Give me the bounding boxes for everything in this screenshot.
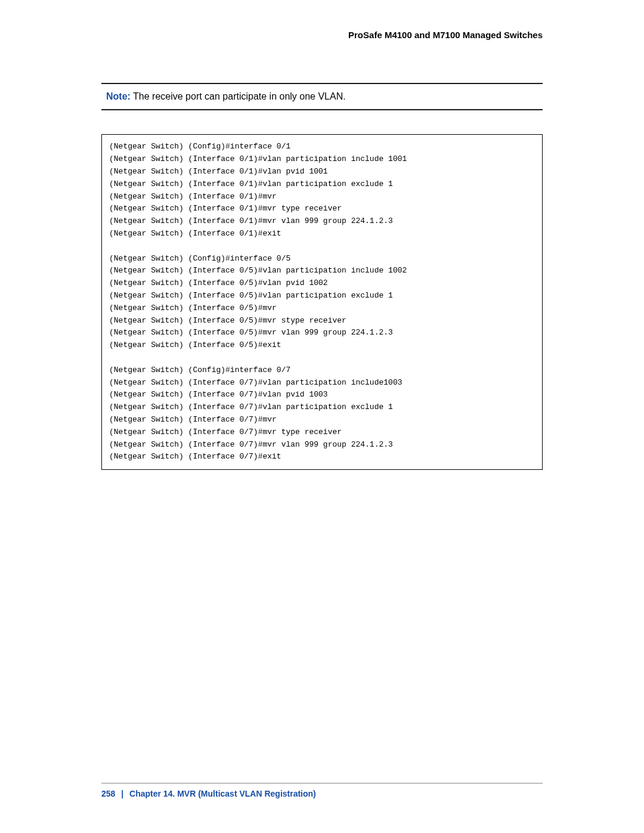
page: ProSafe M4100 and M7100 Managed Switches… [0, 0, 644, 833]
note-text: The receive port can participate in only… [133, 91, 346, 101]
page-footer: 258 | Chapter 14. MVR (Multicast VLAN Re… [101, 783, 543, 800]
footer-separator: | [121, 789, 123, 798]
page-header-title: ProSafe M4100 and M7100 Managed Switches [101, 29, 543, 41]
note-box: Note: The receive port can participate i… [101, 83, 543, 110]
code-block: (Netgear Switch) (Config)#interface 0/1 … [101, 134, 543, 470]
page-number: 258 [101, 789, 115, 798]
chapter-title: Chapter 14. MVR (Multicast VLAN Registra… [129, 789, 316, 798]
note-label: Note: [106, 91, 131, 101]
